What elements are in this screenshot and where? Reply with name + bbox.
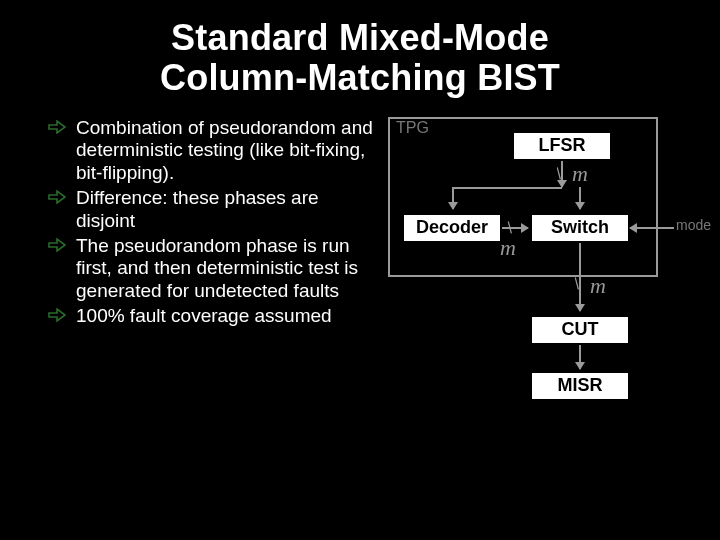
cut-block: CUT xyxy=(530,315,630,345)
list-item: The pseudorandom phase is run first, and… xyxy=(48,235,378,303)
bus-label: m xyxy=(590,273,606,299)
arrow-down-icon xyxy=(579,243,581,311)
bus-slash-icon: / xyxy=(571,275,584,293)
bus-label: m xyxy=(572,161,588,187)
slide-title: Standard Mixed-Mode Column-Matching BIST xyxy=(0,0,720,99)
arrow-right-icon xyxy=(502,227,528,229)
bullet-arrow-icon xyxy=(48,190,70,204)
list-item: Difference: these phases are disjoint xyxy=(48,187,378,233)
tpg-label: TPG xyxy=(396,119,429,137)
mode-label: mode xyxy=(676,217,711,233)
arrow-down-icon xyxy=(579,187,581,209)
misr-block: MISR xyxy=(530,371,630,401)
arrow-horizontal-icon xyxy=(452,187,562,189)
bullet-text: Difference: these phases are disjoint xyxy=(76,187,378,233)
arrow-down-icon xyxy=(452,187,454,209)
bullet-arrow-icon xyxy=(48,120,70,134)
switch-block: Switch xyxy=(530,213,630,243)
bullet-text: 100% fault coverage assumed xyxy=(76,305,332,328)
bullet-arrow-icon xyxy=(48,308,70,322)
bullet-text: Combination of pseudorandom and determin… xyxy=(76,117,378,185)
bullet-text: The pseudorandom phase is run first, and… xyxy=(76,235,378,303)
bullet-list: Combination of pseudorandom and determin… xyxy=(48,117,378,497)
bullet-arrow-icon xyxy=(48,238,70,252)
lfsr-block: LFSR xyxy=(512,131,612,161)
arrow-down-icon xyxy=(579,345,581,369)
bus-label: m xyxy=(500,235,516,261)
content-row: Combination of pseudorandom and determin… xyxy=(0,117,720,497)
list-item: 100% fault coverage assumed xyxy=(48,305,378,328)
list-item: Combination of pseudorandom and determin… xyxy=(48,117,378,185)
decoder-block: Decoder xyxy=(402,213,502,243)
arrow-left-icon xyxy=(630,227,674,229)
block-diagram: TPG LFSR / m Decoder Switch / m mode / m… xyxy=(382,117,708,497)
title-line2: Column-Matching BIST xyxy=(0,58,720,98)
title-line1: Standard Mixed-Mode xyxy=(0,18,720,58)
